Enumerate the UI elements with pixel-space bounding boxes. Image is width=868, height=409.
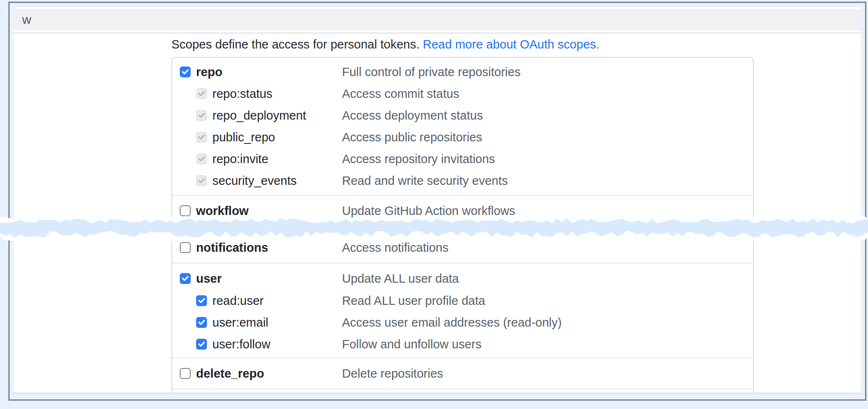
scope-description: Update ALL user data [342, 272, 459, 286]
scope-label-repo:status[interactable]: repo:status [212, 87, 272, 101]
checkbox-workflow[interactable] [180, 205, 191, 216]
checkbox-repo_deployment [196, 110, 207, 121]
scope-description: Full control of private repositories [342, 65, 521, 79]
scope-sub-description: Access deployment status [342, 109, 483, 123]
scope-label-repo_deployment[interactable]: repo_deployment [212, 109, 306, 123]
scope-row-repo: repo Full control of private repositorie… [172, 64, 753, 80]
scope-description: Update GitHub Action workflows [342, 204, 515, 218]
scope-label-delete_repo[interactable]: delete_repo [196, 367, 264, 381]
scope-row-public_repo: public_repo Access public repositories [172, 126, 753, 148]
checkbox-user:follow[interactable] [196, 339, 207, 350]
scopes-intro: Scopes define the access for personal to… [171, 38, 861, 51]
scope-row-security_events: security_events Read and write security … [172, 170, 753, 192]
scopes-box: repo Full control of private repositorie… [171, 57, 754, 394]
window-inner: w Scopes define the access for personal … [10, 3, 865, 399]
scope-description: Access notifications [342, 241, 449, 255]
scope-subrows: read:user Read ALL user profile data use… [172, 290, 753, 355]
scope-label-user[interactable]: user [196, 272, 222, 286]
checkbox-delete_repo[interactable] [180, 368, 191, 379]
scope-sub-description: Read ALL user profile data [342, 294, 485, 308]
scope-section-user: user Update ALL user data read:user Read… [172, 263, 753, 358]
scope-row-user:email: user:email Access user email addresses (… [172, 312, 753, 333]
scope-label-repo[interactable]: repo [196, 65, 222, 79]
checkbox-public_repo [196, 132, 207, 143]
checkbox-read:user[interactable] [196, 295, 207, 306]
scope-label-notifications[interactable]: notifications [196, 241, 268, 255]
scope-row-repo:invite: repo:invite Access repository invitation… [172, 148, 753, 170]
address-bar-text: w [22, 13, 31, 27]
checkbox-security_events [196, 175, 207, 186]
scope-label-security_events[interactable]: security_events [212, 174, 297, 188]
scope-row-repo_deployment: repo_deployment Access deployment status [172, 105, 753, 126]
scope-sub-description: Access repository invitations [342, 152, 495, 166]
hidden-section-gap [172, 226, 753, 232]
scope-subrows: repo:status Access commit status repo_de… [172, 83, 753, 192]
scope-sub-description: Access user email addresses (read-only) [342, 316, 562, 330]
content-area: Scopes define the access for personal to… [14, 33, 861, 394]
scope-label-user:email[interactable]: user:email [212, 316, 268, 330]
scopes-intro-text: Scopes define the access for personal to… [171, 38, 423, 51]
framed-window: w Scopes define the access for personal … [8, 2, 866, 401]
scope-section-notifications: notifications Access notifications [172, 232, 753, 263]
checkbox-user[interactable] [180, 273, 191, 284]
cut-off-section [172, 389, 753, 394]
scope-row-workflow: workflow Update GitHub Action workflows [172, 202, 753, 219]
checkbox-user:email[interactable] [196, 317, 207, 328]
address-bar[interactable]: w [14, 9, 861, 31]
scope-sub-description: Follow and unfollow users [342, 337, 482, 351]
checkbox-repo[interactable] [180, 66, 191, 77]
scope-row-repo:status: repo:status Access commit status [172, 83, 753, 105]
scope-label-user:follow[interactable]: user:follow [212, 337, 271, 351]
checkbox-notifications[interactable] [180, 242, 191, 253]
scope-sub-description: Read and write security events [342, 174, 508, 188]
scope-description: Delete repositories [342, 367, 443, 381]
scope-sub-description: Access public repositories [342, 130, 482, 144]
scope-section-repo: repo Full control of private repositorie… [172, 58, 753, 195]
scope-sub-description: Access commit status [342, 87, 459, 101]
scope-section-delete_repo: delete_repo Delete repositories [172, 358, 753, 389]
scope-row-delete_repo: delete_repo Delete repositories [172, 365, 753, 382]
scope-row-notifications: notifications Access notifications [172, 239, 753, 256]
oauth-scopes-link[interactable]: Read more about OAuth scopes. [423, 38, 599, 51]
scope-label-public_repo[interactable]: public_repo [212, 130, 275, 144]
scope-section-workflow: workflow Update GitHub Action workflows [172, 195, 753, 226]
checkbox-repo:invite [196, 153, 207, 164]
scope-row-user:follow: user:follow Follow and unfollow users [172, 333, 753, 355]
page: w Scopes define the access for personal … [14, 7, 861, 394]
scope-label-repo:invite[interactable]: repo:invite [212, 152, 268, 166]
scope-label-workflow[interactable]: workflow [196, 204, 249, 218]
scope-row-user: user Update ALL user data [172, 270, 753, 287]
scope-label-read:user[interactable]: read:user [212, 294, 264, 308]
checkbox-repo:status [196, 88, 207, 99]
scope-row-read:user: read:user Read ALL user profile data [172, 290, 753, 312]
